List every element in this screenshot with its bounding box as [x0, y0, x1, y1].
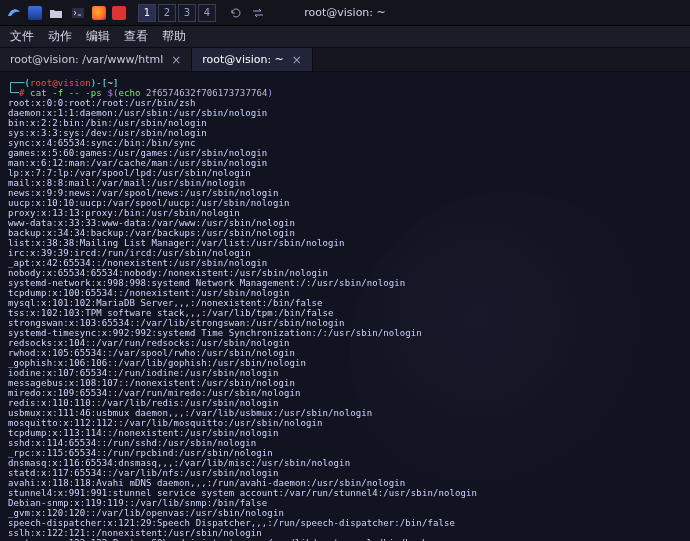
cmd-echo: echo — [118, 88, 140, 98]
prompt-host: vision — [58, 78, 91, 88]
menu-view[interactable]: 查看 — [124, 28, 148, 45]
menu-edit[interactable]: 编辑 — [86, 28, 110, 45]
menu-file[interactable]: 文件 — [10, 28, 34, 45]
cmd-arg: 2f6574632f706173737764 — [146, 88, 267, 98]
menu-action[interactable]: 动作 — [48, 28, 72, 45]
notes-icon[interactable] — [112, 6, 126, 20]
workspace-2[interactable]: 2 — [158, 4, 176, 22]
window-title: root@vision: ~ — [304, 6, 386, 19]
workspace-switcher: 1 2 3 4 — [138, 4, 216, 22]
tab-label: root@vision: /var/www/html — [10, 53, 163, 66]
terminal-output[interactable]: ┌──(root@vision)-[~] └─# cat -f -- -ps $… — [0, 72, 690, 541]
refresh-icon[interactable] — [228, 5, 244, 21]
tab-1[interactable]: root@vision: ~ × — [192, 48, 313, 71]
menu-help[interactable]: 帮助 — [162, 28, 186, 45]
kali-icon[interactable] — [6, 5, 22, 21]
cmd-paren-close: ) — [267, 88, 273, 98]
terminal-viewport[interactable]: ┌──(root@vision)-[~] └─# cat -f -- -ps $… — [0, 72, 690, 541]
system-panel: 1 2 3 4 root@vision: ~ — [0, 0, 690, 26]
prompt-end: ] — [113, 78, 119, 88]
prompt-open: ┌──( — [8, 78, 30, 88]
prompt-user: root — [30, 78, 52, 88]
passwd-dump: root:x:0:0:root:/root:/usr/bin/zsh daemo… — [8, 98, 477, 541]
workspace-1[interactable]: 1 — [138, 4, 156, 22]
firefox-icon[interactable] — [92, 6, 106, 20]
menubar: 文件 动作 编辑 查看 帮助 — [0, 26, 690, 48]
terminal-tabbar: root@vision: /var/www/html × root@vision… — [0, 48, 690, 72]
cmd-main: cat -f -- -ps — [30, 88, 102, 98]
prompt-close: )-[ — [91, 78, 108, 88]
workspace-3[interactable]: 3 — [178, 4, 196, 22]
close-icon[interactable]: × — [292, 53, 302, 67]
cmd-paren-open: $( — [107, 88, 118, 98]
close-icon[interactable]: × — [171, 53, 181, 67]
svg-rect-0 — [72, 8, 84, 18]
tab-label: root@vision: ~ — [202, 53, 284, 66]
tab-0[interactable]: root@vision: /var/www/html × — [0, 48, 192, 71]
workspace-4[interactable]: 4 — [198, 4, 216, 22]
app-launcher-icon[interactable] — [28, 6, 42, 20]
folder-icon[interactable] — [48, 5, 64, 21]
terminal-icon[interactable] — [70, 5, 86, 21]
sync-icon[interactable] — [250, 5, 266, 21]
prompt-l2: └─ — [8, 88, 19, 98]
prompt-hash: # — [19, 88, 25, 98]
